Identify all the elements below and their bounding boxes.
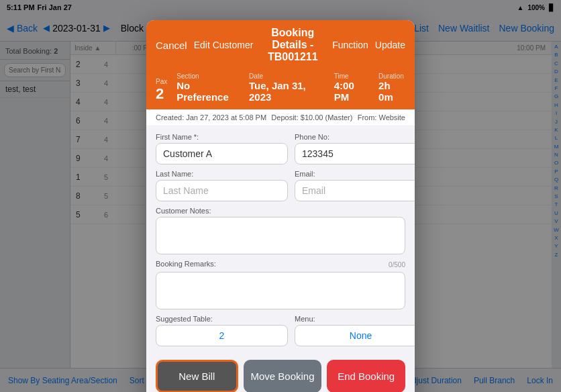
booking-info-bar: Pax 2 Section No Preference Date Tue, Ja…	[146, 70, 415, 109]
date-info: Date Tue, Jan 31, 2023	[249, 72, 325, 103]
update-button[interactable]: Update	[375, 40, 405, 50]
modal-overlay: Cancel Edit Customer Booking Details - T…	[0, 0, 561, 392]
menu-label: Menu:	[295, 315, 415, 323]
table-menu-status-row: Suggested Table: Menu: Status: Booked	[156, 315, 405, 346]
phone-label: Phone No:	[295, 133, 415, 141]
first-name-label: First Name *:	[156, 133, 288, 141]
from-label: From: Website	[358, 113, 405, 121]
modal-meta: Created: Jan 27, 2023 at 5:08 PM Deposit…	[146, 109, 415, 126]
time-info: Time 4:00 PM	[334, 72, 369, 103]
suggested-table-label: Suggested Table:	[156, 315, 288, 323]
move-booking-button[interactable]: Move Booking	[244, 360, 322, 392]
phone-input[interactable]	[295, 143, 415, 164]
first-name-group: First Name *:	[156, 133, 288, 164]
suggested-table-group: Suggested Table:	[156, 315, 288, 346]
email-group: Email:	[295, 170, 415, 201]
lastname-email-row: Last Name: Email:	[156, 170, 405, 201]
function-button[interactable]: Function	[332, 40, 368, 50]
phone-group: Phone No:	[295, 133, 415, 164]
menu-group: Menu:	[295, 315, 415, 346]
created-label: Created: Jan 27, 2023 at 5:08 PM	[156, 113, 266, 121]
first-name-input[interactable]	[156, 143, 288, 164]
deposit-label: Deposit: $10.00 (Master)	[271, 113, 352, 121]
duration-info: Duration 2h 0m	[378, 72, 405, 103]
email-input[interactable]	[295, 180, 415, 201]
last-name-group: Last Name:	[156, 170, 288, 201]
modal-title: Booking Details - TB001211	[253, 27, 332, 63]
customer-notes-group: Customer Notes:	[156, 207, 405, 254]
modal-header: Cancel Edit Customer Booking Details - T…	[146, 20, 415, 70]
end-booking-button[interactable]: End Booking	[327, 360, 405, 392]
booking-remarks-input[interactable]	[156, 272, 405, 309]
booking-details-modal: Cancel Edit Customer Booking Details - T…	[146, 20, 415, 392]
remarks-count: 0/500	[389, 261, 405, 268]
customer-notes-input[interactable]	[156, 217, 405, 254]
modal-body: First Name *: Phone No: Last Name: Email…	[146, 126, 415, 353]
modal-actions: New Bill Move Booking End Booking	[146, 353, 415, 392]
suggested-table-input[interactable]	[156, 325, 288, 346]
customer-notes-label: Customer Notes:	[156, 207, 405, 215]
email-label: Email:	[295, 170, 415, 178]
menu-input[interactable]	[295, 325, 415, 346]
booking-remarks-label: Booking Remarks:	[156, 260, 216, 268]
pax-info: Pax 2	[156, 78, 167, 103]
name-phone-row: First Name *: Phone No:	[156, 133, 405, 164]
edit-customer-button[interactable]: Edit Customer	[194, 40, 254, 50]
last-name-label: Last Name:	[156, 170, 288, 178]
last-name-input[interactable]	[156, 180, 288, 201]
booking-remarks-group: Booking Remarks: 0/500	[156, 260, 405, 309]
section-info: Section No Preference	[176, 72, 240, 103]
new-bill-button[interactable]: New Bill	[156, 360, 238, 392]
modal-cancel-button[interactable]: Cancel	[156, 40, 187, 51]
